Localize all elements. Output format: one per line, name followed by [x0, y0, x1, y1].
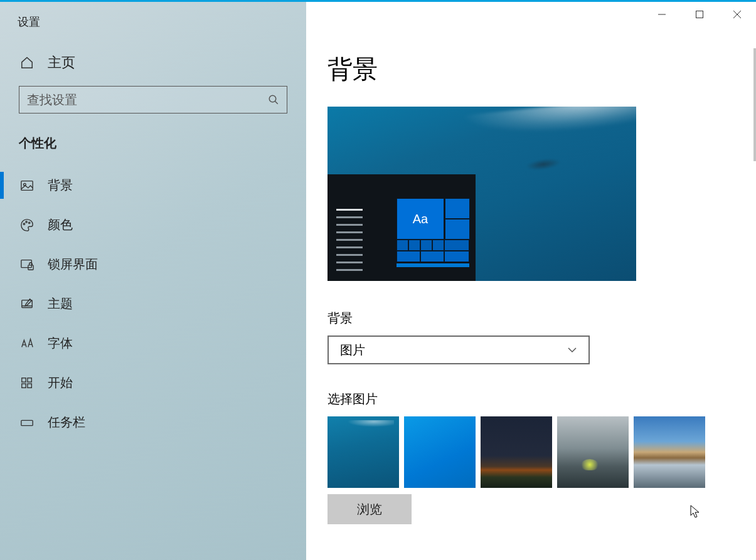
- nav-item-themes[interactable]: 主题: [0, 284, 306, 324]
- svg-point-5: [26, 221, 27, 222]
- main-panel: 背景 Aa 背景: [306, 2, 756, 560]
- content-area: 背景 Aa 背景: [306, 2, 756, 560]
- nav-item-label: 锁屏界面: [48, 256, 98, 273]
- nav-item-label: 开始: [48, 374, 73, 391]
- minimize-icon: [658, 10, 666, 19]
- search-input[interactable]: [27, 93, 268, 107]
- nav-item-colors[interactable]: 颜色: [0, 205, 306, 245]
- page-title: 背景: [327, 52, 731, 87]
- maximize-button[interactable]: [681, 2, 718, 27]
- thumbnail-1[interactable]: [327, 416, 399, 488]
- thumbnail-4[interactable]: [557, 416, 629, 488]
- svg-line-1: [275, 101, 278, 104]
- choose-picture-label: 选择图片: [327, 391, 731, 408]
- svg-rect-13: [28, 383, 31, 387]
- thumbnail-2[interactable]: [404, 416, 476, 488]
- svg-point-0: [269, 95, 276, 102]
- background-label: 背景: [327, 310, 731, 327]
- app-title: 设置: [0, 11, 306, 47]
- scrollbar[interactable]: [753, 48, 756, 161]
- start-icon: [20, 376, 34, 390]
- nav-home-label: 主页: [48, 53, 75, 72]
- nav-item-label: 颜色: [48, 216, 73, 233]
- lockscreen-icon: [20, 258, 34, 272]
- taskbar-icon: [20, 416, 34, 430]
- sidebar: 设置 主页 个性化 背景 颜色 锁屏界面 主题 字体: [0, 2, 306, 560]
- nav-item-background[interactable]: 背景: [0, 166, 306, 205]
- browse-button[interactable]: 浏览: [327, 494, 412, 524]
- svg-point-4: [23, 223, 24, 224]
- close-icon: [733, 10, 742, 19]
- dropdown-value: 图片: [340, 342, 365, 359]
- nav-item-lockscreen[interactable]: 锁屏界面: [0, 245, 306, 284]
- search-icon: [268, 94, 279, 105]
- nav-item-label: 任务栏: [48, 414, 85, 431]
- svg-point-6: [28, 222, 29, 223]
- picture-icon: [20, 179, 34, 193]
- home-icon: [20, 56, 34, 70]
- svg-rect-7: [21, 260, 32, 267]
- section-header: 个性化: [0, 132, 306, 166]
- window-controls: [643, 2, 756, 27]
- desktop-preview: Aa: [327, 107, 636, 281]
- svg-rect-10: [22, 378, 26, 381]
- palette-icon: [20, 218, 34, 232]
- svg-rect-16: [696, 11, 703, 18]
- maximize-icon: [695, 10, 704, 19]
- thumbnail-3[interactable]: [481, 416, 552, 488]
- picture-thumbnails: [327, 416, 731, 488]
- search-box[interactable]: [19, 86, 287, 114]
- svg-rect-12: [22, 383, 26, 387]
- preview-sample-text: Aa: [397, 198, 444, 240]
- thumbnail-5[interactable]: [634, 416, 705, 488]
- nav-item-label: 背景: [48, 177, 73, 194]
- chevron-down-icon: [567, 345, 577, 355]
- nav-item-label: 主题: [48, 295, 73, 312]
- svg-rect-11: [28, 378, 31, 381]
- minimize-button[interactable]: [643, 2, 681, 27]
- nav-item-label: 字体: [48, 335, 73, 352]
- fonts-icon: [20, 337, 34, 351]
- nav-item-fonts[interactable]: 字体: [0, 324, 306, 363]
- svg-rect-14: [21, 420, 33, 425]
- background-dropdown[interactable]: 图片: [327, 335, 590, 364]
- nav-item-taskbar[interactable]: 任务栏: [0, 403, 306, 442]
- close-button[interactable]: [718, 2, 756, 27]
- nav-home[interactable]: 主页: [0, 47, 306, 86]
- themes-icon: [20, 297, 34, 311]
- nav-item-start[interactable]: 开始: [0, 363, 306, 403]
